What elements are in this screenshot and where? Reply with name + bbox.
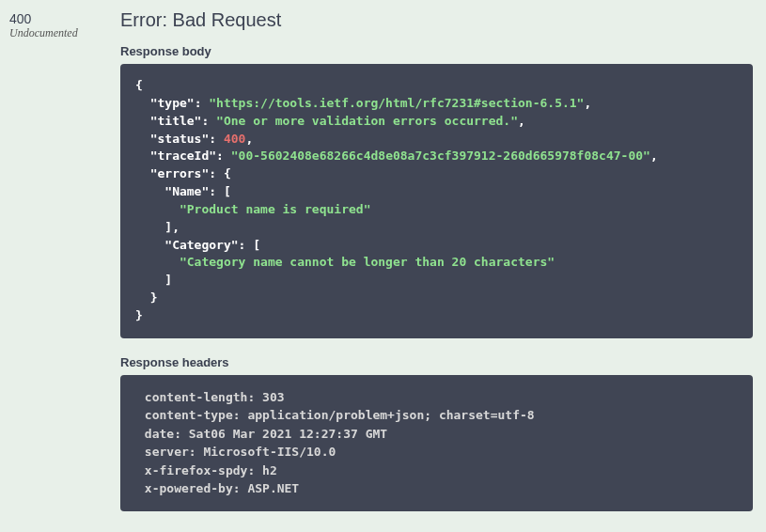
response-headers-label: Response headers [120, 355, 753, 369]
json-key: "type" [150, 96, 195, 110]
header-line: content-length: 303 [137, 390, 291, 404]
json-key: "status" [150, 132, 210, 146]
json-value: "Product name is required" [180, 202, 371, 216]
json-key: "Category" [164, 238, 238, 252]
header-line: date: Sat06 Mar 2021 12:27:37 GMT [137, 427, 395, 441]
response-panel: 400 Undocumented Error: Bad Request Resp… [0, 0, 766, 532]
json-value: "Category name cannot be longer than 20 … [180, 255, 555, 269]
header-line: x-powered-by: ASP.NET [137, 481, 306, 495]
undocumented-label: Undocumented [9, 26, 120, 40]
header-line: server: Microsoft-IIS/10.0 [137, 445, 343, 459]
response-headers-block[interactable]: content-length: 303 content-type: applic… [120, 375, 753, 511]
json-key: "traceId" [150, 149, 216, 163]
json-key: "errors" [150, 166, 210, 180]
header-line: x-firefox-spdy: h2 [137, 463, 285, 477]
response-content: Error: Bad Request Response body { "type… [120, 9, 766, 511]
json-key: "Name" [164, 184, 209, 198]
http-status-code: 400 [9, 11, 120, 26]
header-line: content-type: application/problem+json; … [137, 408, 541, 422]
error-title: Error: Bad Request [120, 9, 753, 31]
json-value: "One or more validation errors occurred.… [216, 114, 518, 128]
response-body-block[interactable]: { "type": "https://tools.ietf.org/html/r… [120, 64, 753, 338]
json-value: "00-5602408e68266c4d8e08a7c3cf397912-260… [231, 149, 650, 163]
json-value: 400 [224, 132, 245, 146]
json-value: "https://tools.ietf.org/html/rfc7231#sec… [209, 96, 584, 110]
json-key: "title" [150, 114, 202, 128]
response-body-label: Response body [120, 44, 753, 58]
status-column: 400 Undocumented [9, 9, 120, 511]
